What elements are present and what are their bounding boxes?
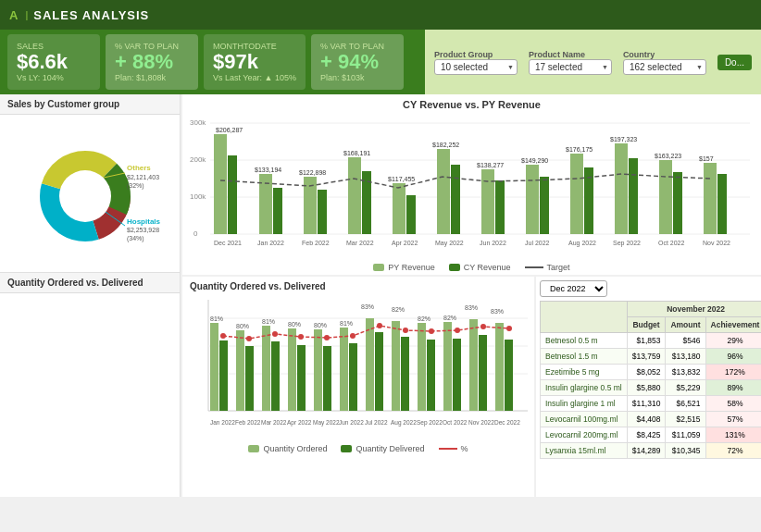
svg-text:(34%): (34%)	[127, 235, 144, 242]
svg-text:$2,121,403: $2,121,403	[127, 174, 159, 180]
svg-text:Hospitals: Hospitals	[127, 217, 161, 226]
filter-more-button[interactable]: Do...	[717, 55, 752, 70]
legend-qty-ordered-color	[248, 445, 259, 452]
svg-text:Nov 2022: Nov 2022	[703, 240, 730, 246]
table-cell-name: Betnesol 0.5 m	[541, 333, 628, 349]
donut-section-title: Sales by Customer group	[0, 94, 180, 115]
logo-divider: |	[25, 9, 28, 20]
svg-text:Apr 2022: Apr 2022	[287, 419, 312, 427]
legend-target-line	[525, 266, 543, 268]
period-selector[interactable]: Dec 2022	[540, 280, 607, 297]
svg-text:80%: 80%	[288, 321, 301, 328]
kpi-sales-value: $6.6k	[17, 51, 91, 73]
svg-text:$2,253,928: $2,253,928	[127, 227, 159, 233]
data-table: November 2022 Decer Budget Amount Achiev…	[540, 301, 761, 459]
kpi-var-plan-2-value: + 94%	[320, 51, 394, 73]
svg-rect-114	[469, 319, 478, 411]
svg-text:82%: 82%	[443, 315, 456, 321]
legend-target: Target	[525, 263, 570, 272]
kpi-var-plan-1-sub: Plan: $1,808k	[115, 73, 189, 82]
svg-rect-42	[451, 165, 460, 234]
svg-rect-107	[427, 340, 435, 411]
svg-rect-74	[210, 323, 218, 411]
table-cell-nov-budget: $14,289	[627, 443, 666, 459]
svg-text:83%: 83%	[465, 304, 478, 311]
donut-chart: Others $2,121,403 (32%) Hospitals $2,253…	[30, 142, 150, 244]
table-cell-nov-budget: $1,853	[627, 333, 666, 349]
legend-pct-line	[439, 448, 457, 450]
svg-text:200k: 200k	[190, 155, 206, 164]
kpi-mtd-value: $97k	[213, 51, 296, 73]
table-cell-nov-budget: $13,759	[627, 349, 666, 365]
svg-rect-61	[659, 160, 672, 234]
cy-chart-legend: PY Revenue CY Revenue Target	[190, 263, 754, 272]
svg-text:Dec 2021: Dec 2021	[214, 240, 242, 246]
table-cell-nov-budget: $8,425	[627, 427, 666, 443]
table-col-budget1: Budget	[627, 317, 666, 333]
svg-text:83%: 83%	[361, 303, 374, 310]
svg-text:80%: 80%	[314, 322, 327, 328]
product-group-select[interactable]: 10 selected	[434, 59, 518, 75]
country-select[interactable]: 162 selected	[623, 59, 706, 75]
svg-rect-95	[349, 343, 357, 411]
svg-point-122	[220, 333, 226, 339]
svg-rect-118	[495, 323, 504, 411]
svg-rect-66	[717, 174, 727, 234]
svg-text:Mar 2022: Mar 2022	[261, 419, 287, 426]
svg-rect-33	[348, 157, 361, 234]
table-cell-nov-budget: $11,310	[627, 396, 666, 412]
kpi-mtd: MonthToDate $97k Vs Last Year: ▲ 105%	[204, 34, 306, 90]
legend-cy-color	[449, 264, 460, 271]
qty-section-title: Quantity Ordered vs. Delivered	[0, 272, 180, 293]
svg-text:Nov 2022: Nov 2022	[468, 419, 494, 426]
table-cell-nov-amount: $5,229	[666, 380, 705, 396]
kpi-var-plan-1-value: + 88%	[115, 51, 189, 73]
kpi-var-plan-1: % Var to plan + 88% Plan: $1,808k	[106, 34, 198, 90]
svg-rect-99	[375, 332, 383, 411]
svg-rect-91	[323, 346, 331, 411]
table-cell-nov-ach: 131%	[705, 427, 761, 443]
legend-qty-delivered-color	[341, 445, 352, 452]
svg-rect-102	[392, 321, 400, 411]
svg-text:$157: $157	[699, 155, 714, 162]
svg-point-128	[377, 323, 382, 328]
svg-rect-83	[271, 341, 280, 411]
table-header-product	[541, 302, 628, 333]
legend-py: PY Revenue	[373, 263, 434, 272]
svg-rect-103	[401, 337, 409, 411]
table-cell-nov-ach: 96%	[705, 349, 761, 365]
svg-point-125	[298, 334, 304, 340]
svg-text:Mar 2022: Mar 2022	[346, 240, 374, 246]
table-cell-nov-budget: $8,052	[627, 365, 666, 380]
cy-revenue-chart: 300k 200k 100k 0 $206,287 Dec 2021 $133,…	[190, 114, 750, 257]
table-cell-nov-amount: $13,832	[666, 365, 705, 380]
svg-point-126	[324, 335, 330, 340]
svg-rect-22	[228, 155, 237, 234]
table-col-ach1: Achievement	[705, 317, 761, 333]
svg-text:$133,194: $133,194	[255, 167, 281, 173]
svg-text:Oct 2022: Oct 2022	[443, 419, 468, 426]
filter-product-name: Product Name 17 selected	[529, 50, 612, 75]
svg-point-131	[455, 328, 460, 333]
logo: A	[9, 8, 18, 22]
table-cell-nov-amount: $546	[666, 333, 705, 349]
svg-text:Jun 2022: Jun 2022	[339, 419, 364, 426]
svg-point-123	[246, 336, 252, 341]
svg-point-132	[480, 324, 486, 329]
svg-text:Feb 2022: Feb 2022	[302, 240, 330, 246]
svg-rect-119	[505, 340, 513, 411]
legend-py-label: PY Revenue	[388, 263, 434, 272]
svg-rect-111	[453, 339, 461, 411]
legend-py-color	[373, 264, 384, 271]
table-cell-name: Ezetimibe 5 mg	[541, 365, 628, 380]
svg-text:83%: 83%	[491, 308, 504, 315]
svg-rect-106	[418, 323, 426, 411]
svg-rect-82	[262, 326, 270, 411]
svg-rect-45	[481, 169, 494, 234]
svg-text:81%: 81%	[210, 315, 223, 322]
svg-rect-49	[526, 165, 539, 234]
filter-country-label: Country	[623, 50, 706, 59]
svg-rect-37	[393, 183, 405, 234]
product-name-select[interactable]: 17 selected	[529, 59, 612, 75]
svg-rect-50	[540, 177, 549, 234]
